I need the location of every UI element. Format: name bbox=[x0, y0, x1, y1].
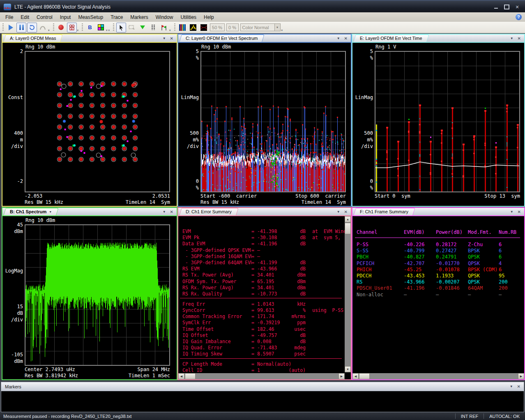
metric-extra: = bbox=[251, 339, 257, 344]
toolbar-grip[interactable] bbox=[82, 23, 83, 32]
player-button[interactable] bbox=[67, 23, 77, 32]
hscroll-thumb[interactable] bbox=[185, 373, 196, 379]
tab-error-summary[interactable]: D: Ch1 Error Summary bbox=[180, 208, 237, 215]
metric-extra bbox=[312, 266, 348, 272]
scroll-right-icon[interactable]: ▶ bbox=[338, 373, 345, 379]
menu-control[interactable]: Control bbox=[33, 13, 56, 21]
metric-value: 1 bbox=[257, 367, 287, 373]
tab-ch1-spectrum[interactable]: B: Ch1 Spectrum▼ bbox=[5, 208, 58, 215]
horizontal-scrollbar[interactable]: ◀ ▶ bbox=[352, 373, 524, 379]
metric-label: Data EVM bbox=[182, 241, 251, 247]
help-icon[interactable]: ? bbox=[516, 14, 522, 20]
toolbar-grip[interactable] bbox=[2, 23, 4, 32]
single-sweep-button[interactable] bbox=[38, 23, 48, 32]
transparency-field[interactable]: 50 % bbox=[210, 23, 225, 31]
scroll-down-icon[interactable]: ▼ bbox=[345, 366, 351, 372]
toolbar-grip[interactable] bbox=[53, 23, 54, 32]
panel-collapse-icon[interactable]: ▼ bbox=[337, 210, 340, 214]
panel-close-icon[interactable]: ✕ bbox=[344, 36, 348, 41]
menu-window[interactable]: Window bbox=[152, 13, 177, 21]
metric-value: 34.401 bbox=[257, 285, 287, 291]
band-select-button[interactable] bbox=[127, 23, 137, 32]
metric-value: -41.199 bbox=[257, 260, 287, 265]
marker-flag-button[interactable] bbox=[159, 23, 169, 32]
close-button[interactable]: ✕ bbox=[512, 3, 523, 11]
y-axis-label: 5 bbox=[179, 48, 199, 54]
bold-annotation-button[interactable]: B bbox=[85, 23, 95, 32]
tab-frame-summary[interactable]: F: Ch1 Frame Summary bbox=[355, 208, 414, 215]
minimize-button[interactable] bbox=[490, 3, 501, 11]
layout-button[interactable] bbox=[96, 23, 106, 32]
hscroll-thumb[interactable] bbox=[359, 373, 370, 379]
err-vect-time-plot[interactable] bbox=[375, 52, 519, 192]
scroll-right-icon[interactable]: ▶ bbox=[518, 373, 524, 379]
eye-diagram-view-button[interactable] bbox=[199, 23, 209, 32]
restart-button[interactable] bbox=[27, 23, 37, 32]
menu-input[interactable]: Input bbox=[56, 13, 75, 21]
menu-trace[interactable]: Trace bbox=[107, 13, 127, 21]
panel-close-icon[interactable]: ✕ bbox=[344, 210, 348, 214]
panel-collapse-icon[interactable]: ▼ bbox=[163, 37, 166, 40]
pause-button[interactable] bbox=[16, 23, 26, 32]
group-overflow-icon[interactable]: ▾ bbox=[281, 29, 283, 32]
panel-collapse-icon[interactable]: ▼ bbox=[510, 385, 513, 388]
err-vect-spectrum-plot[interactable] bbox=[201, 52, 345, 192]
evm-value: -40.827 bbox=[404, 254, 425, 260]
spectrum-view-button[interactable] bbox=[188, 23, 198, 32]
panel-close-icon[interactable]: ✕ bbox=[517, 384, 520, 389]
panel-collapse-icon[interactable]: ▼ bbox=[337, 37, 340, 40]
tab-dropdown-icon[interactable]: ▼ bbox=[49, 210, 52, 213]
scroll-left-icon[interactable]: ◀ bbox=[352, 373, 359, 379]
menu-file[interactable]: File bbox=[2, 13, 17, 21]
marker-to-peak-button[interactable] bbox=[138, 23, 147, 32]
error-summary-row: Data EVM=-41.196dB bbox=[182, 241, 348, 247]
combo-dropdown-icon[interactable]: ▼ bbox=[274, 24, 280, 31]
select-tool-button[interactable] bbox=[116, 23, 126, 32]
band-select-icon bbox=[129, 25, 135, 30]
panel-close-icon[interactable]: ✕ bbox=[518, 36, 521, 41]
layout-dropdown-icon[interactable]: ▾ bbox=[106, 29, 108, 32]
vscroll-thumb[interactable] bbox=[345, 223, 351, 234]
menu-help[interactable]: Help bbox=[200, 13, 218, 21]
couplings-button[interactable] bbox=[148, 23, 158, 32]
panel-close-icon[interactable]: ✕ bbox=[170, 210, 173, 214]
pause-icon bbox=[19, 25, 24, 30]
panel-close-icon[interactable]: ✕ bbox=[170, 36, 173, 41]
color-mode-combo[interactable]: Color Normal ▼ bbox=[240, 23, 281, 31]
tab-ofdm-meas[interactable]: A: Layer0 OFDM Meas bbox=[5, 35, 62, 42]
group-overflow-icon[interactable]: ▾ bbox=[48, 29, 50, 32]
horizontal-scrollbar[interactable]: ◀ ▶ bbox=[178, 373, 345, 379]
peak-marker-icon bbox=[140, 25, 145, 29]
spectrogram-view-button[interactable] bbox=[177, 23, 187, 32]
num-rb: 200 bbox=[499, 279, 508, 285]
group-overflow-icon[interactable]: ▾ bbox=[77, 29, 79, 32]
num-rb: 4 bbox=[499, 261, 502, 266]
power-value: -0.01078 bbox=[436, 267, 460, 272]
record-button[interactable] bbox=[56, 23, 66, 32]
panel-collapse-icon[interactable]: ▼ bbox=[163, 210, 166, 214]
menu-edit[interactable]: Edit bbox=[17, 13, 33, 21]
scroll-left-icon[interactable]: ◀ bbox=[178, 373, 184, 379]
tab-err-vect-time[interactable]: E: Layer0 OFDM Err Vect Time bbox=[355, 35, 428, 42]
menu-meassetup[interactable]: MeasSetup bbox=[74, 13, 107, 21]
menu-markers[interactable]: Markers bbox=[127, 13, 152, 21]
metric-label: - 3GPP-defined 64QAM EVM bbox=[182, 260, 251, 265]
vertical-scrollbar[interactable]: ▲ ▼ bbox=[345, 216, 351, 372]
layout-grid-icon bbox=[98, 24, 104, 30]
scroll-up-icon[interactable]: ▲ bbox=[345, 216, 351, 222]
group-overflow-icon[interactable]: ▾ bbox=[108, 29, 110, 32]
toolbar-grip[interactable] bbox=[113, 23, 114, 32]
tab-err-vect-spectrum[interactable]: C: Layer0 OFDM Err Vect Spectrum bbox=[180, 35, 263, 42]
panel-close-icon[interactable]: ✕ bbox=[518, 210, 521, 214]
toolbar-grip[interactable] bbox=[174, 23, 175, 32]
panel-collapse-icon[interactable]: ▼ bbox=[510, 210, 513, 214]
constellation-plot[interactable] bbox=[25, 52, 169, 192]
group-overflow-icon[interactable]: ▾ bbox=[169, 29, 171, 32]
spectrum-plot[interactable] bbox=[25, 225, 169, 365]
menu-utilities[interactable]: Utilities bbox=[177, 13, 200, 21]
play-button[interactable] bbox=[6, 23, 16, 32]
error-summary-row: SyncCorr=99.613%using P-SS bbox=[182, 307, 348, 313]
maximize-button[interactable] bbox=[501, 3, 512, 11]
panel-collapse-icon[interactable]: ▼ bbox=[510, 37, 513, 40]
threshold-field[interactable]: 0 % bbox=[226, 23, 239, 31]
